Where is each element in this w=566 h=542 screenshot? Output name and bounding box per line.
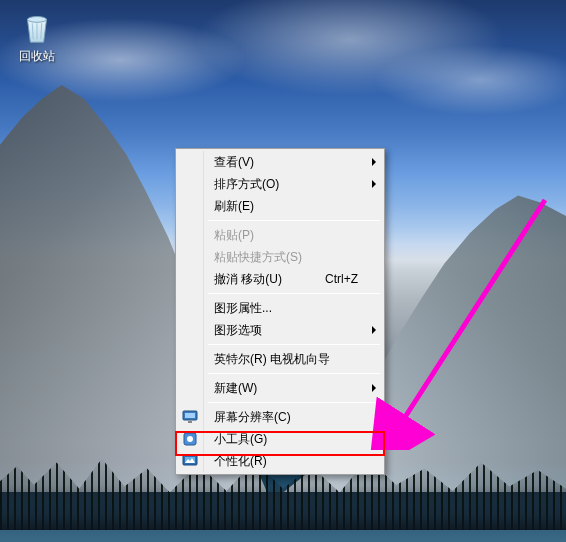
menu-sort-label: 排序方式(O) — [214, 177, 279, 191]
menu-screen-resolution-label: 屏幕分辨率(C) — [214, 410, 291, 424]
menu-view-label: 查看(V) — [214, 155, 254, 169]
svg-point-0 — [28, 17, 47, 23]
recycle-bin-desktop-icon[interactable]: 回收站 — [10, 8, 64, 65]
submenu-arrow-icon — [372, 180, 376, 188]
menu-undo-move-label: 撤消 移动(U) — [214, 272, 282, 286]
menu-gadgets[interactable]: 小工具(G) — [206, 428, 382, 450]
menu-new[interactable]: 新建(W) — [206, 377, 382, 399]
menu-sort-by[interactable]: 排序方式(O) — [206, 173, 382, 195]
recycle-bin-label: 回收站 — [10, 48, 64, 65]
display-icon — [182, 409, 198, 425]
desktop-context-menu: 查看(V) 排序方式(O) 刷新(E) 粘贴(P) 粘贴快捷方式(S) 撤消 移… — [175, 148, 385, 475]
menu-paste-shortcut: 粘贴快捷方式(S) — [206, 246, 382, 268]
menu-graphics-properties-label: 图形属性... — [214, 301, 272, 315]
menu-paste-label: 粘贴(P) — [214, 228, 254, 242]
menu-intel-tv-wizard[interactable]: 英特尔(R) 电视机向导 — [206, 348, 382, 370]
menu-intel-tv-wizard-label: 英特尔(R) 电视机向导 — [214, 352, 330, 366]
menu-separator — [208, 402, 380, 403]
menu-separator — [208, 220, 380, 221]
submenu-arrow-icon — [372, 158, 376, 166]
gadget-icon — [182, 431, 198, 447]
svg-point-8 — [187, 436, 193, 442]
menu-view[interactable]: 查看(V) — [206, 151, 382, 173]
menu-personalize[interactable]: 个性化(R) — [206, 450, 382, 472]
menu-personalize-label: 个性化(R) — [214, 454, 267, 468]
svg-rect-6 — [188, 421, 192, 423]
submenu-arrow-icon — [372, 384, 376, 392]
menu-graphics-properties[interactable]: 图形属性... — [206, 297, 382, 319]
recycle-bin-icon — [18, 8, 56, 46]
personalize-icon — [182, 453, 198, 469]
menu-separator — [208, 293, 380, 294]
menu-paste: 粘贴(P) — [206, 224, 382, 246]
menu-undo-shortcut: Ctrl+Z — [325, 268, 358, 290]
menu-refresh[interactable]: 刷新(E) — [206, 195, 382, 217]
menu-graphics-options-label: 图形选项 — [214, 323, 262, 337]
menu-separator — [208, 344, 380, 345]
menu-graphics-options[interactable]: 图形选项 — [206, 319, 382, 341]
submenu-arrow-icon — [372, 326, 376, 334]
menu-refresh-label: 刷新(E) — [214, 199, 254, 213]
menu-separator — [208, 373, 380, 374]
menu-screen-resolution[interactable]: 屏幕分辨率(C) — [206, 406, 382, 428]
menu-undo-move[interactable]: 撤消 移动(U) Ctrl+Z — [206, 268, 382, 290]
svg-rect-5 — [185, 413, 195, 418]
menu-gadgets-label: 小工具(G) — [214, 432, 267, 446]
menu-new-label: 新建(W) — [214, 381, 257, 395]
menu-paste-shortcut-label: 粘贴快捷方式(S) — [214, 250, 302, 264]
